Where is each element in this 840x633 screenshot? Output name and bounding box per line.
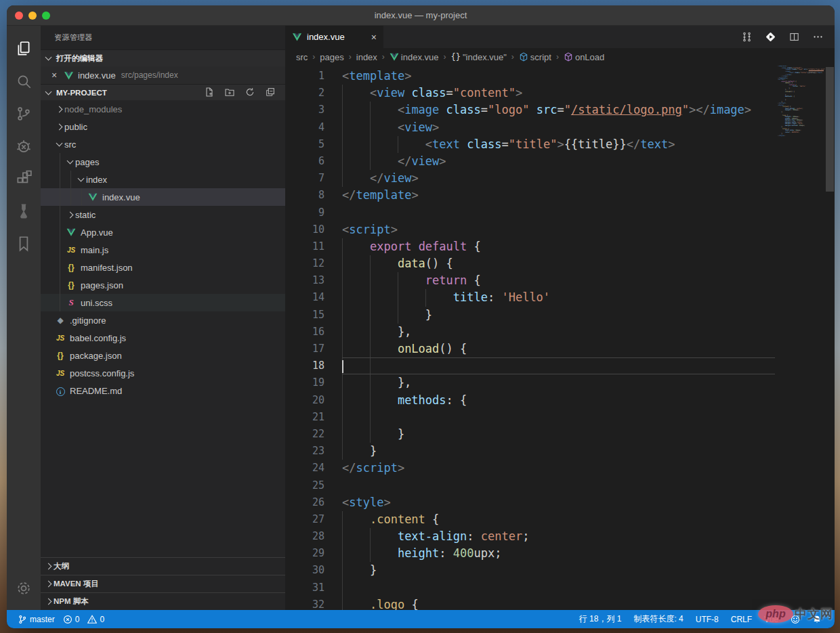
code-line-11[interactable]: 11 export default {	[285, 238, 775, 255]
status-language-mode[interactable]: Vue	[758, 615, 784, 624]
status-cursor-position[interactable]: 行 18，列 1	[573, 613, 628, 625]
close-editor-icon[interactable]: ×	[49, 70, 60, 81]
tree-item-pages-json[interactable]: {}pages.json	[41, 276, 285, 294]
code-line-22[interactable]: 22 }	[285, 426, 775, 443]
code-line-31[interactable]: 31	[285, 580, 775, 596]
code-line-25[interactable]: 25	[285, 477, 775, 494]
code-line-4[interactable]: 4 <view>	[285, 119, 775, 136]
tree-item-static[interactable]: static	[41, 206, 285, 223]
activity-test-beaker-icon[interactable]	[7, 195, 41, 227]
tree-item-public[interactable]: public	[41, 118, 285, 135]
open-editors-header[interactable]: 打开的编辑器	[41, 50, 285, 66]
status-notifications-bell[interactable]	[806, 615, 828, 624]
refresh-icon[interactable]	[245, 87, 255, 99]
code-line-13[interactable]: 13 return {	[285, 272, 775, 289]
new-folder-icon[interactable]	[224, 87, 235, 99]
open-editor-item-index-vue[interactable]: × index.vue src/pages/index	[41, 66, 285, 84]
code-line-6[interactable]: 6 </view>	[285, 153, 775, 170]
status-eol[interactable]: CRLF	[725, 615, 758, 624]
crumb-script[interactable]: script	[519, 52, 551, 62]
activity-extensions-icon[interactable]	[7, 162, 41, 195]
crumb-index[interactable]: index	[356, 52, 377, 62]
activity-settings-gear-icon[interactable]	[7, 572, 41, 605]
tree-item-main-js[interactable]: JSmain.js	[41, 241, 285, 259]
code-line-28[interactable]: 28 text-align: center;	[285, 528, 775, 545]
window-titlebar[interactable]: index.vue — my-project	[7, 5, 835, 26]
status-encoding[interactable]: UTF-8	[690, 615, 725, 624]
activity-search-icon[interactable]	[7, 65, 41, 97]
close-window-button[interactable]	[15, 12, 23, 20]
code-line-17[interactable]: 17 onLoad() {	[285, 341, 775, 357]
split-editor-icon[interactable]	[789, 31, 800, 43]
code-line-14[interactable]: 14 title: 'Hello'	[285, 289, 775, 306]
code-line-18[interactable]: 18	[285, 357, 775, 374]
code-line-15[interactable]: 15 }	[285, 307, 775, 324]
tree-item-src[interactable]: src	[41, 135, 285, 153]
tree-item-package-json[interactable]: {}package.json	[41, 347, 285, 364]
tree-item-manifest-json[interactable]: {}manifest.json	[41, 259, 285, 276]
code-line-12[interactable]: 12 data() {	[285, 255, 775, 272]
minimap[interactable]: <template> <view class="content"> <image…	[778, 66, 825, 610]
tree-item-babel-config-js[interactable]: JSbabel.config.js	[41, 329, 285, 347]
zoom-window-button[interactable]	[42, 12, 50, 20]
code-line-30[interactable]: 30 }	[285, 562, 775, 579]
crumb-pages[interactable]: pages	[320, 52, 343, 62]
collapse-all-icon[interactable]	[265, 87, 276, 99]
code-line-7[interactable]: 7 </view>	[285, 170, 775, 187]
code-line-1[interactable]: 1<template>	[285, 68, 775, 85]
code-line-21[interactable]: 21	[285, 409, 775, 426]
tree-item-index-vue[interactable]: index.vue	[41, 188, 285, 206]
status-indentation[interactable]: 制表符长度: 4	[627, 613, 689, 625]
tree-item-node-modules[interactable]: node_modules	[41, 100, 285, 118]
open-changes-icon[interactable]	[741, 31, 753, 43]
code-line-9[interactable]: 9	[285, 204, 775, 221]
run-code-icon[interactable]	[765, 31, 776, 43]
code-line-8[interactable]: 8</template>	[285, 187, 775, 204]
code-line-10[interactable]: 10<script>	[285, 221, 775, 238]
tree-item-app-vue[interactable]: App.vue	[41, 223, 285, 241]
status-problems-warnings[interactable]: 0	[83, 610, 108, 628]
tree-item-postcss-config-js[interactable]: JSpostcss.config.js	[41, 364, 285, 382]
crumb-index-vue[interactable]: index.vue	[390, 52, 439, 62]
code-line-26[interactable]: 26<style>	[285, 494, 775, 511]
more-actions-icon[interactable]	[812, 31, 824, 43]
tab-index-vue[interactable]: index.vue ×	[285, 26, 384, 48]
editor-group: index.vue × src›pages›index›index.vue›{}…	[285, 26, 835, 610]
crumb-onload[interactable]: onLoad	[564, 52, 604, 62]
code-editor[interactable]: 1<template>2 <view class="content">3 <im…	[285, 66, 835, 610]
code-line-32[interactable]: 32 .logo {	[285, 596, 775, 610]
tree-item-uni-scss[interactable]: Suni.scss	[41, 294, 285, 311]
code-line-3[interactable]: 3 <image class="logo" src="/static/logo.…	[285, 102, 775, 118]
status-feedback-smiley[interactable]	[784, 615, 806, 624]
code-line-5[interactable]: 5 <text class="title">{{title}}</text>	[285, 136, 775, 153]
scrollbar-thumb[interactable]	[826, 67, 834, 192]
code-line-24[interactable]: 24</script>	[285, 460, 775, 477]
tree-item-pages[interactable]: pages	[41, 153, 285, 171]
minimize-window-button[interactable]	[28, 12, 37, 20]
activity-bookmarks-icon[interactable]	[7, 227, 41, 260]
code-line-23[interactable]: 23 }	[285, 443, 775, 460]
tree-item-readme-md[interactable]: iREADME.md	[41, 382, 285, 399]
project-header[interactable]: MY-PROJECT	[41, 84, 285, 100]
status-git-branch[interactable]: master	[14, 610, 59, 628]
status-problems-errors[interactable]: 0	[59, 610, 84, 628]
activity-explorer-icon[interactable]	[7, 32, 41, 65]
crumb-src[interactable]: src	[296, 52, 308, 62]
code-line-2[interactable]: 2 <view class="content">	[285, 85, 775, 102]
activity-source-control-icon[interactable]	[7, 97, 41, 130]
tree-item--gitignore[interactable]: ◆.gitignore	[41, 311, 285, 329]
close-tab-icon[interactable]: ×	[371, 32, 377, 43]
code-line-29[interactable]: 29 height: 400upx;	[285, 545, 775, 562]
code-line-16[interactable]: 16 },	[285, 324, 775, 341]
code-line-27[interactable]: 27 .content {	[285, 511, 775, 528]
activity-debug-icon[interactable]	[7, 130, 41, 162]
panel-maven-项目[interactable]: MAVEN 项目	[41, 575, 285, 592]
vertical-scrollbar[interactable]	[825, 66, 835, 610]
code-line-20[interactable]: 20 methods: {	[285, 392, 775, 409]
new-file-icon[interactable]	[204, 87, 215, 99]
panel-大纲[interactable]: 大纲	[41, 557, 285, 575]
code-line-19[interactable]: 19 },	[285, 374, 775, 391]
crumb--index-vue-[interactable]: {}"index.vue"	[451, 52, 507, 62]
tree-item-index[interactable]: index	[41, 171, 285, 188]
panel-npm-脚本[interactable]: NPM 脚本	[41, 592, 285, 610]
